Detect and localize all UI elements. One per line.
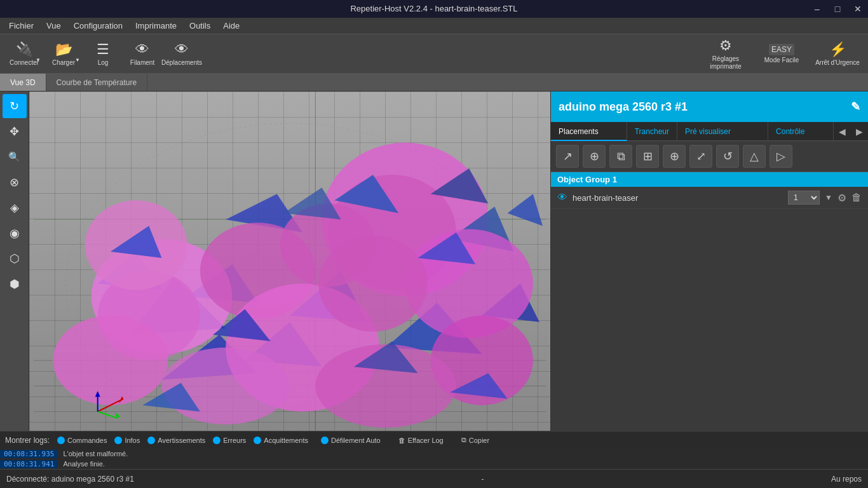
minimize-button[interactable]: – <box>807 0 827 18</box>
object-group-header: Object Group 1 <box>551 172 868 187</box>
tab-courbe[interactable]: Courbe de Température <box>46 74 148 91</box>
sidebar-move-object[interactable]: ◉ <box>3 221 27 245</box>
viewport-3d[interactable] <box>29 92 550 431</box>
menu-item-outils[interactable]: Outils <box>183 18 217 34</box>
maximize-button[interactable]: □ <box>827 0 848 18</box>
menu-item-fichier[interactable]: Fichier <box>3 18 40 34</box>
grid-button[interactable]: ⊞ <box>636 145 659 168</box>
log-filter-erreurs: Erreurs <box>213 437 246 444</box>
defilement-label: Défilement Auto <box>331 437 381 444</box>
menu-item-imprimante[interactable]: Imprimante <box>129 18 183 34</box>
delete-object-button[interactable]: 🗑 <box>851 192 862 203</box>
panel-nav-next[interactable]: ▶ <box>851 126 868 137</box>
panel-tab-3[interactable]: Contrôle Manuel <box>768 122 834 141</box>
sidebar-rotate-view[interactable]: ↻ <box>3 94 27 118</box>
visibility-toggle[interactable]: 👁 <box>557 192 567 203</box>
status-left: Déconnecté: aduino mega 2560 r3 #1 <box>6 475 134 484</box>
menu-item-configuration[interactable]: Configuration <box>67 18 129 34</box>
add-object-button[interactable]: ⊕ <box>583 145 606 168</box>
arret-button[interactable]: ⚡ Arrêt d'Urgence <box>812 36 863 72</box>
sidebar-layer-view[interactable]: ⬢ <box>3 272 27 296</box>
log-filter-avertissements: Avertissements <box>147 437 205 444</box>
resize-button[interactable]: ⤢ <box>689 145 712 168</box>
tab-vue3d-label: Vue 3D <box>10 78 36 87</box>
copier-icon: ⧉ <box>461 436 466 444</box>
sidebar-cube-view[interactable]: ◈ <box>3 196 27 220</box>
log-time: 00:08:31.935 <box>0 450 58 458</box>
object-settings-button[interactable]: ⚙ <box>837 192 846 204</box>
mode-facile-button[interactable]: EASY Mode Facile <box>756 36 807 72</box>
object-toolbar: ↗ ⊕ ⧉ ⊞ ⊕ ⤢ ↺ △ ▷ <box>551 141 868 172</box>
defilement-auto-button[interactable]: Défilement Auto <box>316 435 386 445</box>
printer-header: aduino mega 2560 r3 #1 ✎ <box>551 92 868 122</box>
sidebar: ↻ ✥ 🔍 ⊗ ◈ ◉ ⬡ ⬢ <box>0 92 29 431</box>
panel-tabs: Placements d'objetsTrancheurPré visualis… <box>551 122 868 141</box>
charger-button[interactable]: 📂 Charger ▼ <box>44 36 83 72</box>
log-entry: 00:08:31.935L'objet est malformé. <box>0 449 868 459</box>
reglages-button[interactable]: ⚙ Réglages imprimante <box>700 36 751 72</box>
commandes-label: Commandes <box>67 437 107 444</box>
sidebar-zoom-view[interactable]: 🔍 <box>3 145 27 169</box>
effacer-icon: 🗑 <box>398 437 405 444</box>
charger-arrow: ▼ <box>75 57 80 63</box>
filament-label: Filament <box>130 59 154 66</box>
log-toolbar: Montrer logs: Commandes Infos Avertissem… <box>0 431 868 449</box>
deplacements-button[interactable]: 👁 Déplacements <box>163 36 201 72</box>
sidebar-move-view[interactable]: ✥ <box>3 119 27 144</box>
svg-line-41 <box>98 412 117 418</box>
right-panel: aduino mega 2560 r3 #1 ✎ Placements d'ob… <box>550 92 868 431</box>
effacer-label: Effacer Log <box>408 437 444 444</box>
log-filter-commandes: Commandes <box>57 437 107 444</box>
copier-button[interactable]: ⧉ Copier <box>456 435 494 445</box>
tab-vue3d[interactable]: Vue 3D <box>0 74 46 91</box>
log-filter-acquittements: Acquittements <box>254 437 308 444</box>
log-icon: ☰ <box>97 41 109 58</box>
menu-item-aide[interactable]: Aide <box>217 18 246 34</box>
svg-point-25 <box>53 316 168 405</box>
log-button[interactable]: ☰ Log <box>84 36 122 72</box>
object-list-item: 👁 heart-brain-teaser 1 2 3 4 5 ▼ ⚙ 🗑 <box>551 187 868 209</box>
statusbar: Déconnecté: aduino mega 2560 r3 #1 - Au … <box>0 469 868 488</box>
mirror2-button[interactable]: ▷ <box>770 145 792 168</box>
main-area: ↻ ✥ 🔍 ⊗ ◈ ◉ ⬡ ⬢ <box>0 92 868 431</box>
erreurs-dot[interactable] <box>213 437 220 444</box>
copy-object-button[interactable]: ⧉ <box>609 145 632 168</box>
log-messages: 00:08:31.935L'objet est malformé.00:08:3… <box>0 449 868 469</box>
close-button[interactable]: ✕ <box>848 0 868 18</box>
quantity-select[interactable]: 1 2 3 4 5 <box>788 191 820 205</box>
status-center: - <box>481 475 484 484</box>
avertissements-dot[interactable] <box>147 437 155 444</box>
arret-label: Arrêt d'Urgence <box>815 59 860 67</box>
mode-facile-label: Mode Facile <box>764 57 799 64</box>
panel-nav-prev[interactable]: ◀ <box>834 126 851 137</box>
object-name: heart-brain-teaser <box>573 193 783 203</box>
menu-item-vue[interactable]: Vue <box>40 18 67 34</box>
commandes-dot[interactable] <box>57 437 65 444</box>
sidebar-cube-solid[interactable]: ⬡ <box>3 247 27 271</box>
tab-bar: Vue 3D Courbe de Température <box>0 74 868 92</box>
export-button[interactable]: ↗ <box>556 145 579 168</box>
toolbar: 🔌 Connecter ▼ 📂 Charger ▼ ☰ Log 👁 Filame… <box>0 34 868 74</box>
mirror1-button[interactable]: △ <box>743 145 766 168</box>
copier-label: Copier <box>469 437 489 444</box>
connecter-label: Connecter <box>10 59 39 66</box>
rotate-button[interactable]: ↺ <box>716 145 739 168</box>
panel-tab-0[interactable]: Placements d'objets <box>551 122 627 141</box>
tab-courbe-label: Courbe de Température <box>57 78 137 87</box>
printer-name: aduino mega 2560 r3 #1 <box>559 100 688 114</box>
filament-button[interactable]: 👁 Filament <box>123 36 161 72</box>
sidebar-object-rotate[interactable]: ⊗ <box>3 170 27 194</box>
connecter-icon: 🔌 <box>16 41 33 58</box>
log-text: Analyse finie. <box>58 460 109 468</box>
effacer-log-button[interactable]: 🗑 Effacer Log <box>393 435 449 445</box>
panel-tab-1[interactable]: Trancheur <box>627 122 677 141</box>
edit-printer-button[interactable]: ✎ <box>851 100 860 114</box>
panel-tab-2[interactable]: Pré visualiser impression <box>677 122 768 141</box>
connecter-button[interactable]: 🔌 Connecter ▼ <box>5 36 43 72</box>
3d-scene <box>29 92 550 431</box>
infos-dot[interactable] <box>114 437 122 444</box>
acquittements-dot[interactable] <box>254 437 261 444</box>
center-button[interactable]: ⊕ <box>663 145 686 168</box>
deplacements-icon: 👁 <box>175 41 189 58</box>
log-entry: 00:08:31.941Analyse finie. <box>0 459 868 469</box>
